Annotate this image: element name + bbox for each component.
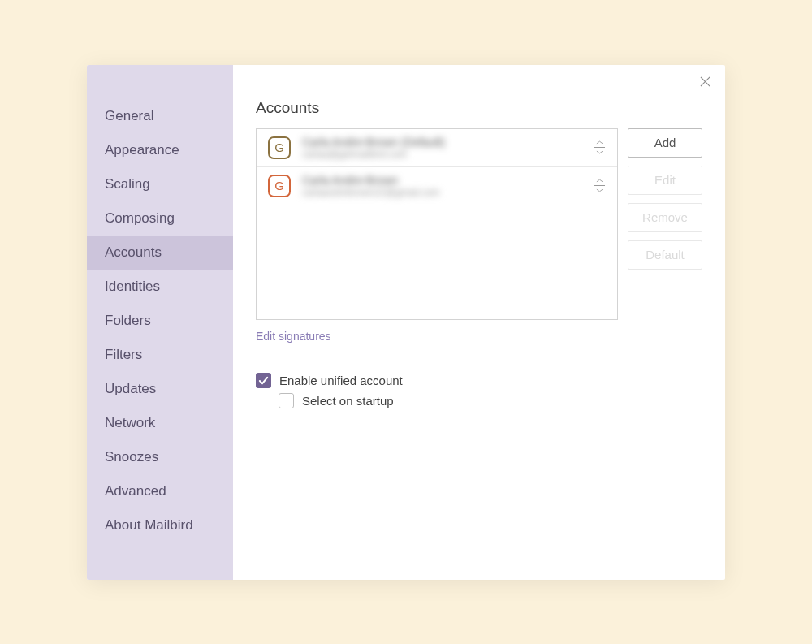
sidebar-item-about[interactable]: About Mailbird bbox=[87, 508, 233, 542]
drag-handle-icon[interactable] bbox=[593, 179, 606, 192]
enable-unified-row: Enable unified account bbox=[256, 373, 702, 388]
account-buttons: Add Edit Remove Default bbox=[628, 128, 702, 320]
enable-unified-label: Enable unified account bbox=[279, 374, 403, 387]
main-panel: Accounts G Carla Andre-Brown (Default) c… bbox=[233, 65, 725, 580]
sidebar-item-composing[interactable]: Composing bbox=[87, 201, 233, 236]
select-on-startup-label: Select on startup bbox=[302, 394, 394, 408]
account-name: Carla Andre-Brown (Default) bbox=[302, 136, 581, 149]
account-list: G Carla Andre-Brown (Default) carlaa@get… bbox=[256, 128, 618, 320]
edit-button[interactable]: Edit bbox=[628, 166, 702, 195]
sidebar-item-folders[interactable]: Folders bbox=[87, 304, 233, 338]
add-button[interactable]: Add bbox=[628, 128, 702, 158]
checkbox-group: Enable unified account Select on startup bbox=[256, 373, 702, 408]
sidebar-item-advanced[interactable]: Advanced bbox=[87, 474, 233, 508]
default-button[interactable]: Default bbox=[628, 240, 702, 270]
account-row[interactable]: G Carla Andre-Brown (Default) carlaa@get… bbox=[257, 129, 617, 167]
sidebar-item-identities[interactable]: Identities bbox=[87, 270, 233, 304]
settings-sidebar: General Appearance Scaling Composing Acc… bbox=[87, 65, 233, 580]
account-section: G Carla Andre-Brown (Default) carlaa@get… bbox=[256, 128, 702, 320]
account-text: Carla Andre-Brown carlaandrebrown22@gmai… bbox=[302, 174, 581, 198]
checkmark-icon bbox=[258, 375, 269, 386]
sidebar-item-filters[interactable]: Filters bbox=[87, 338, 233, 372]
account-email: carlaa@getmailbird.com bbox=[302, 149, 581, 160]
account-provider-icon: G bbox=[268, 136, 291, 159]
sidebar-item-scaling[interactable]: Scaling bbox=[87, 167, 233, 201]
select-on-startup-checkbox[interactable] bbox=[279, 393, 294, 408]
sidebar-item-updates[interactable]: Updates bbox=[87, 372, 233, 406]
drag-handle-icon[interactable] bbox=[593, 140, 606, 154]
account-name: Carla Andre-Brown bbox=[302, 174, 581, 187]
account-provider-icon: G bbox=[268, 175, 291, 197]
enable-unified-checkbox[interactable] bbox=[256, 373, 271, 388]
sidebar-item-network[interactable]: Network bbox=[87, 406, 233, 440]
sidebar-item-general[interactable]: General bbox=[87, 99, 233, 133]
page-title: Accounts bbox=[256, 99, 702, 117]
account-email: carlaandrebrown22@gmail.com bbox=[302, 187, 581, 198]
sidebar-item-accounts[interactable]: Accounts bbox=[87, 236, 233, 270]
sidebar-item-snoozes[interactable]: Snoozes bbox=[87, 440, 233, 474]
remove-button[interactable]: Remove bbox=[628, 203, 702, 232]
sidebar-item-appearance[interactable]: Appearance bbox=[87, 133, 233, 167]
select-on-startup-row: Select on startup bbox=[279, 393, 702, 408]
account-row[interactable]: G Carla Andre-Brown carlaandrebrown22@gm… bbox=[257, 167, 617, 205]
settings-window: General Appearance Scaling Composing Acc… bbox=[87, 65, 725, 580]
edit-signatures-link[interactable]: Edit signatures bbox=[256, 330, 331, 343]
account-text: Carla Andre-Brown (Default) carlaa@getma… bbox=[302, 136, 581, 160]
